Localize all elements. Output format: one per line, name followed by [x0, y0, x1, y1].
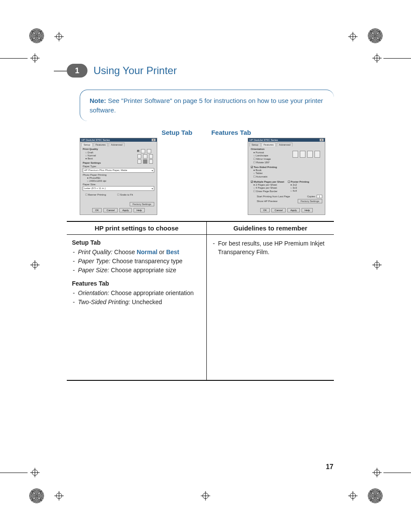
col-header-guidelines: Guidelines to remember [207, 221, 334, 235]
radio-4pps[interactable]: 4 Pages per Sheet [253, 187, 285, 189]
checkbox-rotate[interactable]: Rotate 180° [253, 161, 322, 164]
help-button[interactable]: Help [302, 208, 313, 212]
registration-mark [372, 53, 382, 63]
checkbox-banner[interactable]: Banner Printing [85, 193, 106, 196]
tab-labels-row: Setup Tab Features Tab [80, 129, 334, 136]
registration-swirl [29, 488, 44, 503]
radio-poster-2x2[interactable]: 2x2 [290, 184, 322, 186]
checkbox-two-sided[interactable]: Two-Sided Printing [251, 165, 322, 168]
factory-settings-button[interactable]: Factory Settings [298, 199, 322, 203]
checkbox-multi-pages[interactable]: Multiple Pages per Sheet [251, 180, 285, 183]
registration-mark [372, 260, 382, 270]
dialog-tab-strip: Setup Features Advanced [80, 142, 157, 146]
registration-mark [54, 32, 64, 41]
note-box: Note: See "Printer Software" on page 5 f… [80, 90, 334, 121]
help-button[interactable]: Help [134, 208, 145, 212]
paper-type-label: Paper Type: [83, 165, 154, 168]
preview-icon-group: R [137, 149, 153, 165]
apply-button[interactable]: Apply [287, 208, 300, 212]
crop-line [0, 473, 28, 473]
orientation-label: Orientation [251, 148, 322, 150]
features-dialog: HP DeskJet 970C Series × Setup Features … [248, 138, 325, 215]
list-item: Two-Sided Printing: Unchecked [72, 298, 201, 306]
page-number: 17 [326, 463, 333, 471]
list-item: Paper Size: Choose appropriate size [72, 266, 201, 274]
cell-guidelines: For best results, use HP Premium Inkjet … [207, 234, 334, 380]
dialog-titlebar: HP DeskJet 970C Series × [80, 138, 157, 142]
radio-2pps[interactable]: 2 Pages per Sheet [253, 184, 285, 186]
tab-setup[interactable]: Setup [249, 143, 261, 146]
registration-mark [348, 32, 358, 41]
photo-paper-label: Photo Paper Printing [83, 174, 154, 176]
note-label: Note: [90, 97, 106, 104]
chapter-title: Using Your Printer [93, 65, 177, 77]
cell-settings: Setup Tab Print Quality: Choose Normal o… [67, 234, 207, 380]
radio-book[interactable]: Book [253, 169, 322, 171]
radio-poster-3x3[interactable]: 3x3 [290, 187, 322, 189]
list-item: Print Quality: Choose Normal or Best [72, 248, 201, 256]
checkbox-start-last[interactable]: Start Printing from Last Page [257, 195, 290, 198]
copies-label: Copies: [307, 195, 316, 198]
radio-2400dpi[interactable]: 2400x1200 dpi [87, 180, 154, 182]
features-tab-label: Features Tab [211, 129, 251, 136]
list-item: For best results, use HP Premium Inkjet … [212, 239, 329, 257]
registration-swirl [368, 28, 383, 43]
setup-dialog: HP DeskJet 970C Series × Setup Features … [80, 138, 157, 215]
registration-mark [54, 491, 64, 501]
checkbox-preview[interactable]: Show HP Preview [257, 200, 277, 202]
features-tab-heading: Features Tab [72, 279, 201, 288]
radio-photoret[interactable]: PhotoREt [87, 177, 154, 179]
list-item: Orientation: Choose appropriate orientat… [72, 289, 201, 297]
copies-input[interactable]: 1 [317, 195, 322, 198]
tab-advanced[interactable]: Advanced [277, 143, 293, 146]
cancel-button[interactable]: Cancel [271, 208, 286, 212]
tab-features[interactable]: Features [262, 143, 276, 146]
registration-swirl [29, 28, 44, 43]
checkbox-page-border[interactable]: Draw Page Border [253, 190, 285, 193]
apply-button[interactable]: Apply [119, 208, 132, 212]
registration-mark [30, 260, 40, 270]
checkbox-automatic[interactable]: Automatic [253, 175, 322, 178]
cancel-button[interactable]: Cancel [103, 208, 118, 212]
registration-mark [348, 491, 358, 501]
registration-mark [201, 491, 210, 501]
dialog-tab-strip: Setup Features Advanced [248, 142, 325, 146]
col-header-settings: HP print settings to choose [67, 221, 207, 235]
ok-button[interactable]: OK [92, 208, 102, 212]
checkbox-scale[interactable]: Scale to Fit [117, 193, 133, 196]
ok-button[interactable]: OK [260, 208, 270, 212]
registration-mark [372, 468, 382, 477]
list-item: Paper Type: Choose transparency type [72, 257, 201, 265]
chapter-header: 1 Using Your Printer [67, 64, 334, 78]
crop-line [0, 58, 28, 59]
paper-size-label: Paper Size: [83, 183, 154, 186]
tab-advanced[interactable]: Advanced [109, 143, 125, 146]
chapter-number-badge: 1 [67, 64, 87, 78]
dialog-title-text: HP DeskJet 970C Series [81, 139, 110, 141]
paper-type-dropdown[interactable]: HP Premium Plus Photo Paper, Matte [83, 168, 154, 173]
radio-poster-4x4[interactable]: 4x4 [290, 190, 322, 192]
crop-line [383, 58, 411, 59]
registration-mark [30, 468, 40, 477]
paper-size-dropdown[interactable]: Letter (8.5 x 11 in.) [83, 186, 154, 191]
radio-tablet[interactable]: Tablet [253, 172, 322, 174]
settings-table: HP print settings to choose Guidelines t… [67, 221, 334, 381]
checkbox-poster[interactable]: Poster Printing [288, 180, 322, 183]
crop-line [383, 473, 411, 473]
close-icon[interactable]: × [152, 139, 156, 141]
tab-features[interactable]: Features [93, 143, 108, 146]
close-icon[interactable]: × [320, 139, 324, 141]
setup-tab-heading: Setup Tab [72, 238, 201, 247]
layout-preview-icons [292, 151, 321, 159]
tab-setup[interactable]: Setup [81, 143, 93, 146]
dialog-titlebar: HP DeskJet 970C Series × [248, 138, 325, 142]
note-text: See "Printer Software" on page 5 for ins… [90, 97, 323, 114]
registration-mark [30, 53, 40, 63]
factory-settings-button[interactable]: Factory Settings [130, 202, 154, 206]
setup-tab-label: Setup Tab [162, 129, 192, 136]
dialog-title-text: HP DeskJet 970C Series [249, 139, 278, 141]
registration-swirl [368, 488, 383, 503]
